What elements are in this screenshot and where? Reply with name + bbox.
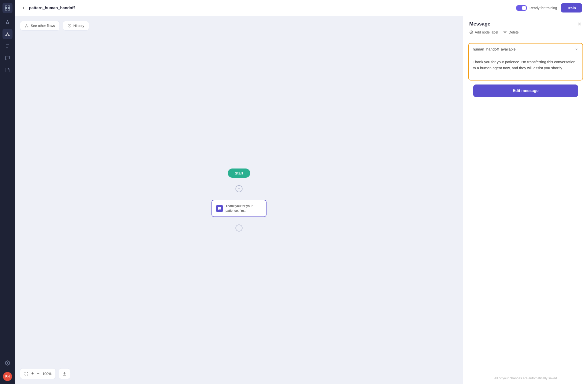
right-panel: Message Ad xyxy=(463,16,588,384)
connector-line-2 xyxy=(239,192,239,200)
message-node-text: Thank you for your patience. I'm... xyxy=(226,204,262,213)
auto-save-text: All of your changes are automatically sa… xyxy=(494,376,557,380)
training-toggle[interactable]: Ready for training xyxy=(516,5,557,11)
add-icon xyxy=(469,30,473,34)
start-node[interactable]: Start xyxy=(228,168,250,178)
message-text-area: Thank you for your patience. I'm transfe… xyxy=(469,55,582,80)
sidebar-item-settings[interactable] xyxy=(2,358,12,368)
svg-point-20 xyxy=(25,26,26,27)
message-type-dropdown[interactable]: human_handoff_available human_handoff_un… xyxy=(469,44,582,55)
fit-zoom-button[interactable] xyxy=(24,372,28,376)
topbar: pattern_human_handoff Ready for training… xyxy=(15,0,588,16)
svg-point-10 xyxy=(6,35,6,36)
dropdown-container: human_handoff_available human_handoff_un… xyxy=(469,44,582,55)
back-button[interactable] xyxy=(21,6,26,10)
add-node-button-2[interactable]: + xyxy=(236,224,242,232)
panel-actions: Add node label Delete xyxy=(469,30,582,38)
flow-canvas: Start + Thank you for your patience. I'm… xyxy=(15,16,463,384)
main-container: pattern_human_handoff Ready for training… xyxy=(15,0,588,384)
panel-title-row: Message xyxy=(469,21,582,27)
avatar[interactable]: RH xyxy=(3,372,12,381)
add-node-button-1[interactable]: + xyxy=(236,185,242,192)
add-node-label-button[interactable]: Add node label xyxy=(469,30,498,34)
panel-header: Message Ad xyxy=(463,16,588,38)
sidebar-item-intents[interactable] xyxy=(2,41,12,51)
train-button[interactable]: Train xyxy=(561,3,582,12)
svg-rect-2 xyxy=(5,8,7,10)
canvas-toolbar: See other flows History xyxy=(20,21,89,30)
svg-point-18 xyxy=(7,362,8,364)
delete-button[interactable]: Delete xyxy=(503,30,518,34)
panel-title: Message xyxy=(469,21,490,27)
toggle-switch[interactable] xyxy=(516,5,527,11)
toggle-knob xyxy=(522,6,526,10)
sidebar: RH xyxy=(0,0,15,384)
trash-icon xyxy=(503,30,507,34)
svg-line-23 xyxy=(26,26,27,26)
zoom-in-button[interactable]: + xyxy=(31,371,34,376)
delete-label-text: Delete xyxy=(508,30,518,34)
see-other-flows-button[interactable]: See other flows xyxy=(20,21,60,30)
history-label: History xyxy=(74,24,84,28)
flow-diagram: Start + Thank you for your patience. I'm… xyxy=(212,168,266,231)
message-card: human_handoff_available human_handoff_un… xyxy=(468,43,583,80)
svg-rect-3 xyxy=(8,8,10,10)
sidebar-item-conversations[interactable] xyxy=(2,53,12,63)
topbar-right: Ready for training Train xyxy=(516,3,582,12)
svg-line-24 xyxy=(27,26,28,26)
message-node[interactable]: Thank you for your patience. I'm... xyxy=(212,200,266,217)
panel-content: human_handoff_available human_handoff_un… xyxy=(463,38,588,372)
svg-line-14 xyxy=(8,34,9,35)
connector-line-3 xyxy=(239,217,239,224)
connector-line-1 xyxy=(239,178,239,185)
sidebar-item-bot[interactable] xyxy=(2,17,12,27)
message-node-icon xyxy=(216,205,223,212)
chat-icon xyxy=(218,206,222,210)
sidebar-logo[interactable] xyxy=(2,3,12,13)
close-button[interactable] xyxy=(577,22,582,26)
svg-point-9 xyxy=(7,32,8,33)
sidebar-item-flows[interactable] xyxy=(2,29,12,39)
add-node-label-text: Add node label xyxy=(475,30,498,34)
svg-rect-0 xyxy=(5,6,7,8)
see-other-flows-label: See other flows xyxy=(31,24,55,28)
page-title: pattern_human_handoff xyxy=(29,6,516,10)
edit-message-button[interactable]: Edit message xyxy=(473,84,578,97)
canvas-bottom: + − 100% xyxy=(20,368,70,379)
svg-point-11 xyxy=(8,35,9,36)
history-icon xyxy=(68,24,72,28)
svg-line-13 xyxy=(6,34,8,35)
close-icon xyxy=(577,22,582,26)
svg-point-21 xyxy=(28,26,28,27)
content-area: See other flows History Start + xyxy=(15,16,588,384)
zoom-out-button[interactable]: − xyxy=(37,371,40,376)
zoom-level: 100% xyxy=(42,372,52,376)
history-button[interactable]: History xyxy=(63,21,89,30)
svg-point-4 xyxy=(7,20,8,22)
canvas-area: See other flows History Start + xyxy=(15,16,463,384)
zoom-controls: + − 100% xyxy=(20,368,56,379)
sidebar-item-documents[interactable] xyxy=(2,65,12,75)
panel-footer: All of your changes are automatically sa… xyxy=(463,372,588,384)
download-button[interactable] xyxy=(59,368,70,379)
svg-rect-1 xyxy=(8,6,10,8)
svg-point-19 xyxy=(26,24,27,25)
flows-icon xyxy=(25,24,29,28)
training-label: Ready for training xyxy=(530,6,557,10)
